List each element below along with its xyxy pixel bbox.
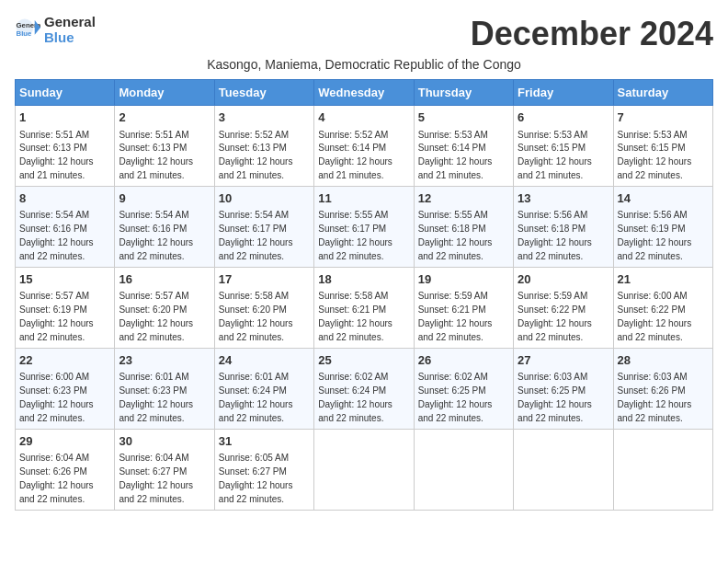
logo-text: General Blue (44, 15, 96, 45)
header-day-thursday: Thursday (414, 80, 513, 106)
calendar-cell: 24Sunrise: 6:01 AMSunset: 6:24 PMDayligh… (214, 348, 313, 429)
day-info: Sunrise: 5:54 AMSunset: 6:16 PMDaylight:… (119, 210, 193, 261)
header-day-wednesday: Wednesday (314, 80, 414, 106)
day-number: 13 (518, 190, 609, 207)
calendar-cell: 19Sunrise: 5:59 AMSunset: 6:21 PMDayligh… (414, 267, 513, 348)
day-info: Sunrise: 5:58 AMSunset: 6:21 PMDaylight:… (318, 291, 392, 342)
day-number: 14 (618, 190, 709, 207)
day-number: 29 (19, 433, 110, 450)
calendar-cell: 11Sunrise: 5:55 AMSunset: 6:17 PMDayligh… (314, 186, 414, 267)
logo-blue: Blue (44, 30, 96, 46)
day-info: Sunrise: 6:05 AMSunset: 6:27 PMDaylight:… (219, 453, 293, 504)
calendar-cell: 15Sunrise: 5:57 AMSunset: 6:19 PMDayligh… (16, 267, 115, 348)
calendar-week-2: 8Sunrise: 5:54 AMSunset: 6:16 PMDaylight… (16, 186, 713, 267)
day-number: 9 (119, 190, 210, 207)
calendar-cell: 29Sunrise: 6:04 AMSunset: 6:26 PMDayligh… (16, 429, 115, 510)
day-info: Sunrise: 6:01 AMSunset: 6:23 PMDaylight:… (119, 372, 193, 423)
day-number: 7 (618, 109, 709, 126)
calendar-cell: 14Sunrise: 5:56 AMSunset: 6:19 PMDayligh… (613, 186, 712, 267)
day-number: 15 (19, 271, 110, 288)
day-info: Sunrise: 6:03 AMSunset: 6:26 PMDaylight:… (618, 372, 692, 423)
day-number: 6 (518, 109, 609, 126)
day-info: Sunrise: 5:53 AMSunset: 6:15 PMDaylight:… (518, 130, 592, 181)
day-number: 5 (418, 109, 509, 126)
day-number: 27 (518, 352, 609, 369)
day-number: 20 (518, 271, 609, 288)
header-day-friday: Friday (514, 80, 613, 106)
header-row: SundayMondayTuesdayWednesdayThursdayFrid… (16, 80, 713, 106)
day-number: 28 (618, 352, 709, 369)
day-info: Sunrise: 6:02 AMSunset: 6:25 PMDaylight:… (418, 372, 493, 423)
calendar-cell (514, 429, 613, 510)
day-number: 16 (119, 271, 210, 288)
calendar-cell: 25Sunrise: 6:02 AMSunset: 6:24 PMDayligh… (314, 348, 414, 429)
calendar-cell: 26Sunrise: 6:02 AMSunset: 6:25 PMDayligh… (414, 348, 513, 429)
calendar-week-5: 29Sunrise: 6:04 AMSunset: 6:26 PMDayligh… (16, 429, 713, 510)
day-number: 26 (418, 352, 509, 369)
day-info: Sunrise: 5:56 AMSunset: 6:18 PMDaylight:… (518, 210, 592, 261)
day-info: Sunrise: 5:54 AMSunset: 6:17 PMDaylight:… (219, 210, 293, 261)
calendar-cell: 6Sunrise: 5:53 AMSunset: 6:15 PMDaylight… (514, 106, 613, 187)
day-info: Sunrise: 5:59 AMSunset: 6:21 PMDaylight:… (418, 291, 493, 342)
day-info: Sunrise: 6:02 AMSunset: 6:24 PMDaylight:… (318, 372, 392, 423)
day-number: 19 (418, 271, 509, 288)
month-title: December 2024 (471, 15, 713, 53)
day-number: 30 (119, 433, 210, 450)
logo: General Blue General Blue (15, 15, 96, 45)
calendar-cell: 18Sunrise: 5:58 AMSunset: 6:21 PMDayligh… (314, 267, 414, 348)
calendar-cell: 7Sunrise: 5:53 AMSunset: 6:15 PMDaylight… (613, 106, 712, 187)
day-number: 2 (119, 109, 210, 126)
logo-icon: General Blue (15, 17, 40, 43)
day-number: 24 (219, 352, 310, 369)
header-day-saturday: Saturday (613, 80, 712, 106)
day-info: Sunrise: 6:01 AMSunset: 6:24 PMDaylight:… (219, 372, 293, 423)
day-number: 3 (219, 109, 310, 126)
day-info: Sunrise: 5:55 AMSunset: 6:18 PMDaylight:… (418, 210, 493, 261)
day-number: 25 (318, 352, 409, 369)
day-info: Sunrise: 6:00 AMSunset: 6:23 PMDaylight:… (19, 372, 94, 423)
calendar-week-1: 1Sunrise: 5:51 AMSunset: 6:13 PMDaylight… (16, 106, 713, 187)
calendar-cell: 30Sunrise: 6:04 AMSunset: 6:27 PMDayligh… (115, 429, 214, 510)
day-number: 17 (219, 271, 310, 288)
calendar-cell: 12Sunrise: 5:55 AMSunset: 6:18 PMDayligh… (414, 186, 513, 267)
calendar-cell: 16Sunrise: 5:57 AMSunset: 6:20 PMDayligh… (115, 267, 214, 348)
calendar-table: SundayMondayTuesdayWednesdayThursdayFrid… (15, 79, 713, 511)
calendar-cell: 20Sunrise: 5:59 AMSunset: 6:22 PMDayligh… (514, 267, 613, 348)
calendar-cell (613, 429, 712, 510)
day-info: Sunrise: 5:51 AMSunset: 6:13 PMDaylight:… (119, 130, 193, 181)
day-info: Sunrise: 5:57 AMSunset: 6:19 PMDaylight:… (19, 291, 94, 342)
calendar-cell: 5Sunrise: 5:53 AMSunset: 6:14 PMDaylight… (414, 106, 513, 187)
day-info: Sunrise: 6:03 AMSunset: 6:25 PMDaylight:… (518, 372, 592, 423)
header-day-monday: Monday (115, 80, 214, 106)
header: General Blue General Blue December 2024 (15, 15, 713, 53)
day-number: 11 (318, 190, 409, 207)
day-info: Sunrise: 5:52 AMSunset: 6:13 PMDaylight:… (219, 130, 293, 181)
calendar-cell: 4Sunrise: 5:52 AMSunset: 6:14 PMDaylight… (314, 106, 414, 187)
day-info: Sunrise: 5:56 AMSunset: 6:19 PMDaylight:… (618, 210, 692, 261)
calendar-week-3: 15Sunrise: 5:57 AMSunset: 6:19 PMDayligh… (16, 267, 713, 348)
day-info: Sunrise: 6:04 AMSunset: 6:26 PMDaylight:… (19, 453, 94, 504)
logo-general: General (44, 15, 96, 30)
day-number: 4 (318, 109, 409, 126)
calendar-cell: 9Sunrise: 5:54 AMSunset: 6:16 PMDaylight… (115, 186, 214, 267)
day-number: 22 (19, 352, 110, 369)
calendar-cell: 31Sunrise: 6:05 AMSunset: 6:27 PMDayligh… (214, 429, 313, 510)
calendar-cell: 1Sunrise: 5:51 AMSunset: 6:13 PMDaylight… (16, 106, 115, 187)
day-info: Sunrise: 5:53 AMSunset: 6:15 PMDaylight:… (618, 130, 692, 181)
day-info: Sunrise: 5:59 AMSunset: 6:22 PMDaylight:… (518, 291, 592, 342)
header-day-tuesday: Tuesday (214, 80, 313, 106)
day-number: 23 (119, 352, 210, 369)
day-number: 12 (418, 190, 509, 207)
calendar-cell: 23Sunrise: 6:01 AMSunset: 6:23 PMDayligh… (115, 348, 214, 429)
day-number: 10 (219, 190, 310, 207)
day-info: Sunrise: 5:54 AMSunset: 6:16 PMDaylight:… (19, 210, 94, 261)
calendar-cell: 2Sunrise: 5:51 AMSunset: 6:13 PMDaylight… (115, 106, 214, 187)
day-info: Sunrise: 5:58 AMSunset: 6:20 PMDaylight:… (219, 291, 293, 342)
calendar-cell (314, 429, 414, 510)
calendar-week-4: 22Sunrise: 6:00 AMSunset: 6:23 PMDayligh… (16, 348, 713, 429)
calendar-cell: 10Sunrise: 5:54 AMSunset: 6:17 PMDayligh… (214, 186, 313, 267)
day-number: 21 (618, 271, 709, 288)
day-info: Sunrise: 5:53 AMSunset: 6:14 PMDaylight:… (418, 130, 493, 181)
day-info: Sunrise: 6:00 AMSunset: 6:22 PMDaylight:… (618, 291, 692, 342)
day-info: Sunrise: 5:52 AMSunset: 6:14 PMDaylight:… (318, 130, 392, 181)
